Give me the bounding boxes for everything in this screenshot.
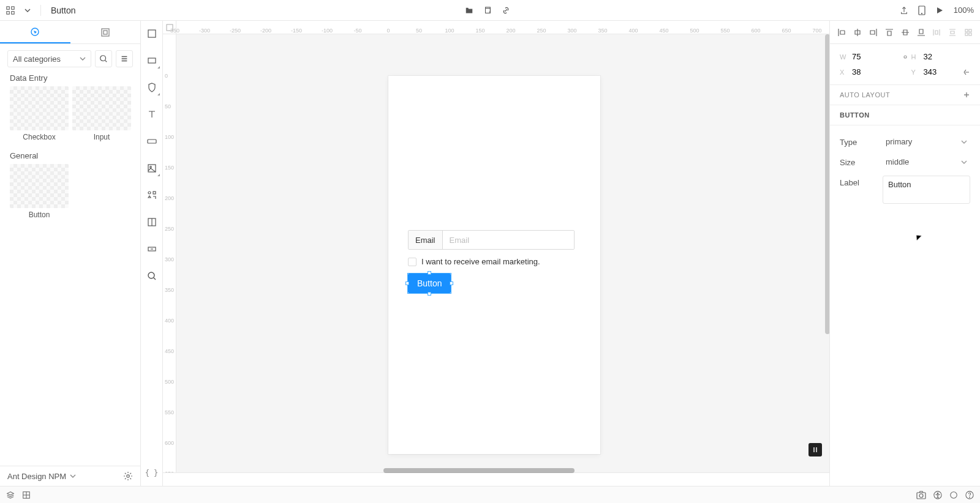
- button-header-label: BUTTON: [840, 111, 870, 119]
- align-left-icon[interactable]: [837, 28, 846, 37]
- height-input[interactable]: [922, 51, 952, 62]
- rect-tool[interactable]: [145, 54, 159, 67]
- auto-layout-header[interactable]: AUTO LAYOUT: [830, 85, 980, 105]
- svg-point-34: [970, 497, 970, 497]
- align-hcenter-icon[interactable]: [853, 28, 862, 37]
- shield-tool[interactable]: [145, 81, 159, 94]
- top-toolbar: Button 100%: [0, 0, 980, 21]
- search-icon: [99, 54, 108, 63]
- image-tool[interactable]: [145, 162, 159, 175]
- svg-rect-25: [965, 33, 968, 35]
- asset-checkbox-thumb: [10, 86, 69, 130]
- design-frame[interactable]: Email I want to receive email marketing.…: [388, 76, 600, 454]
- help-icon[interactable]: [965, 491, 974, 499]
- device-icon[interactable]: [918, 6, 925, 15]
- position-detach-icon[interactable]: [963, 69, 970, 76]
- align-right-icon[interactable]: [869, 28, 878, 37]
- y-field[interactable]: Y: [911, 67, 971, 77]
- package-select[interactable]: Ant Design NPM: [7, 472, 76, 481]
- gear-icon[interactable]: [123, 471, 133, 481]
- x-field[interactable]: X: [840, 67, 899, 77]
- type-value: primary: [886, 137, 912, 146]
- canvas-vertical-scrollbar[interactable]: [825, 34, 829, 334]
- package-select-label: Ant Design NPM: [7, 472, 66, 481]
- svg-rect-8: [102, 29, 109, 36]
- variables-tool[interactable]: { }: [145, 466, 159, 480]
- plus-icon[interactable]: [963, 91, 970, 99]
- canvas[interactable]: Email I want to receive email marketing.…: [176, 34, 829, 472]
- tidy-icon: [964, 28, 973, 37]
- marketing-checkbox-row[interactable]: I want to receive email marketing.: [408, 257, 581, 266]
- label-input[interactable]: Button: [883, 176, 970, 204]
- resize-handle[interactable]: [428, 292, 431, 296]
- type-select[interactable]: primary: [883, 135, 970, 148]
- size-prop-label: Size: [840, 155, 883, 167]
- list-view-button[interactable]: [116, 50, 133, 67]
- asset-button[interactable]: Button: [10, 164, 69, 219]
- text-tool[interactable]: [145, 108, 159, 121]
- folder-icon[interactable]: [465, 6, 473, 15]
- svg-rect-24: [969, 29, 971, 32]
- comment-icon[interactable]: [949, 491, 958, 499]
- align-top-icon[interactable]: [885, 28, 894, 37]
- list-icon: [120, 54, 129, 63]
- play-icon[interactable]: [935, 6, 944, 15]
- category-select[interactable]: All categories: [7, 50, 91, 67]
- panel-toggle[interactable]: [809, 443, 822, 456]
- layers-icon[interactable]: [6, 491, 15, 499]
- asset-checkbox[interactable]: Checkbox: [10, 86, 69, 141]
- asset-input-label: Input: [72, 133, 131, 141]
- asset-checkbox-label: Checkbox: [10, 133, 69, 141]
- svg-rect-12: [148, 30, 156, 37]
- frames-tab[interactable]: [70, 21, 141, 43]
- search-button[interactable]: [95, 50, 112, 67]
- align-bottom-icon[interactable]: [917, 28, 925, 37]
- svg-rect-0: [7, 6, 9, 9]
- aspect-link-icon[interactable]: [899, 53, 911, 61]
- primary-button[interactable]: Button: [408, 274, 451, 293]
- apps-menu-icon[interactable]: [6, 6, 15, 15]
- link-icon[interactable]: [502, 6, 510, 15]
- camera-icon[interactable]: [916, 491, 926, 499]
- type-label: Type: [840, 135, 883, 147]
- grid-icon[interactable]: [22, 491, 31, 499]
- selected-element[interactable]: Button: [408, 274, 451, 293]
- email-label: Email: [409, 231, 443, 249]
- component-tool[interactable]: [145, 215, 159, 229]
- canvas-horizontal-scrollbar[interactable]: [383, 468, 575, 473]
- accessibility-icon[interactable]: [933, 491, 942, 499]
- width-field[interactable]: W: [840, 51, 899, 62]
- align-vcenter-icon[interactable]: [901, 28, 910, 37]
- section-data-entry-label: Data Entry: [0, 73, 140, 86]
- slot-tool[interactable]: [145, 242, 159, 256]
- svg-point-10: [100, 56, 106, 61]
- resize-handle[interactable]: [428, 271, 431, 275]
- zoom-level[interactable]: 100%: [954, 6, 974, 15]
- svg-rect-18: [153, 192, 156, 194]
- zoom-tool[interactable]: [145, 269, 159, 283]
- copy-icon[interactable]: [483, 6, 492, 15]
- email-field-group: Email: [408, 230, 575, 250]
- assets-tab[interactable]: [0, 21, 70, 43]
- svg-rect-13: [148, 58, 156, 63]
- icons-tool[interactable]: [145, 188, 159, 202]
- resize-handle[interactable]: [405, 281, 409, 285]
- vertical-ruler: 0501001502002503003504004505005506006507…: [163, 34, 176, 472]
- width-input[interactable]: [851, 51, 880, 62]
- export-icon[interactable]: [900, 6, 908, 15]
- chevron-down-icon[interactable]: [24, 7, 31, 13]
- y-input[interactable]: [922, 67, 952, 77]
- svg-point-29: [919, 494, 923, 497]
- chevron-down-icon: [961, 159, 967, 165]
- frame-tool[interactable]: [145, 27, 159, 40]
- email-input[interactable]: [443, 231, 574, 249]
- size-select[interactable]: middle: [883, 155, 970, 168]
- checkbox-icon: [408, 258, 417, 266]
- asset-input[interactable]: Input: [72, 86, 131, 141]
- x-input[interactable]: [851, 67, 880, 77]
- button-tool[interactable]: [145, 135, 159, 148]
- resize-handle[interactable]: [450, 281, 453, 285]
- svg-rect-26: [969, 33, 971, 35]
- svg-point-11: [127, 475, 129, 477]
- height-field[interactable]: H: [911, 51, 971, 62]
